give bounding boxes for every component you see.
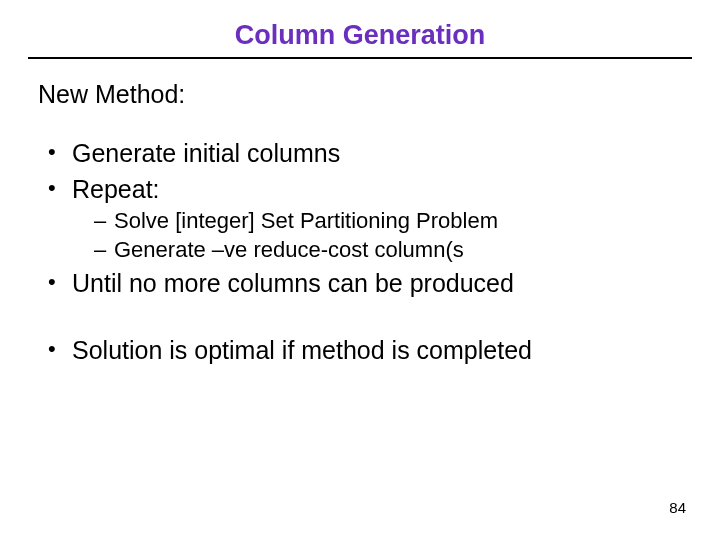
sub-bullet-item: Generate –ve reduce-cost column(s xyxy=(94,236,682,264)
slide-title: Column Generation xyxy=(0,0,720,57)
bullet-list: Generate initial columns Repeat: Solve [… xyxy=(44,138,682,299)
sub-bullet-text: Solve [integer] Set Partitioning Problem xyxy=(114,208,498,233)
bullet-item: Solution is optimal if method is complet… xyxy=(44,335,682,366)
bullet-text: Repeat: xyxy=(72,175,160,203)
page-number: 84 xyxy=(669,499,686,516)
bullet-item: Until no more columns can be produced xyxy=(44,268,682,299)
slide-body: New Method: Generate initial columns Rep… xyxy=(0,59,720,366)
subtitle: New Method: xyxy=(38,79,682,110)
bullet-text: Solution is optimal if method is complet… xyxy=(72,336,532,364)
bullet-list-2: Solution is optimal if method is complet… xyxy=(44,335,682,366)
bullet-item: Repeat: Solve [integer] Set Partitioning… xyxy=(44,174,682,264)
bullet-text: Generate initial columns xyxy=(72,139,340,167)
bullet-text: Until no more columns can be produced xyxy=(72,269,514,297)
slide: Column Generation New Method: Generate i… xyxy=(0,0,720,540)
bullet-item: Generate initial columns xyxy=(44,138,682,169)
sub-bullet-list: Solve [integer] Set Partitioning Problem… xyxy=(94,207,682,264)
sub-bullet-text: Generate –ve reduce-cost column(s xyxy=(114,237,464,262)
sub-bullet-item: Solve [integer] Set Partitioning Problem xyxy=(94,207,682,235)
spacer xyxy=(38,303,682,331)
